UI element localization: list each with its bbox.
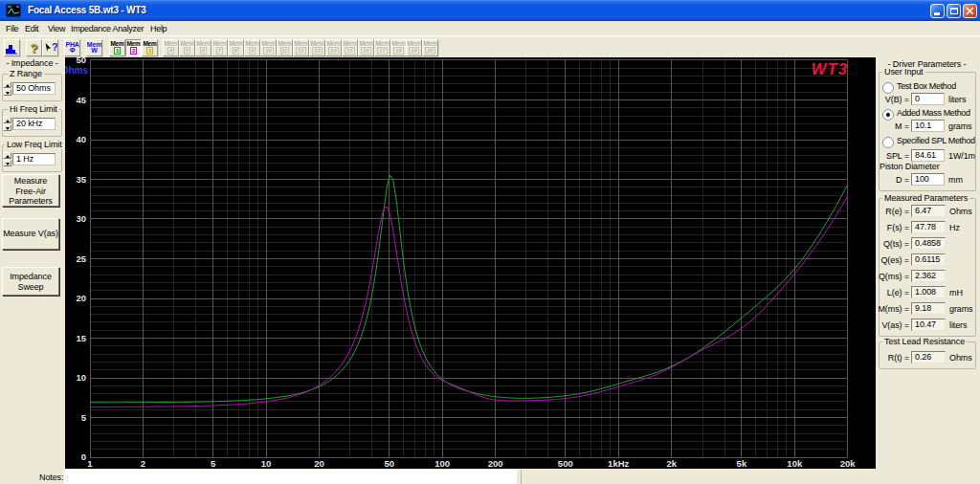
svg-text:25: 25 xyxy=(76,253,86,264)
svg-text:5k: 5k xyxy=(737,458,747,469)
svg-text:200: 200 xyxy=(488,458,503,469)
svg-text:20: 20 xyxy=(76,293,86,303)
svg-text:10: 10 xyxy=(261,458,272,469)
svg-text:35: 35 xyxy=(76,174,86,185)
svg-text:10: 10 xyxy=(76,372,86,383)
svg-text:2: 2 xyxy=(141,458,145,469)
svg-text:20k: 20k xyxy=(840,458,857,469)
svg-text:45: 45 xyxy=(76,95,86,105)
svg-text:Ohms: Ohms xyxy=(65,65,88,76)
svg-text:30: 30 xyxy=(76,213,86,224)
svg-text:?: ? xyxy=(52,41,57,53)
svg-text:1kHz: 1kHz xyxy=(608,458,629,469)
svg-text:20: 20 xyxy=(314,458,324,469)
svg-text:5: 5 xyxy=(211,458,216,469)
svg-text:15: 15 xyxy=(76,333,86,343)
svg-text:WT3: WT3 xyxy=(812,60,848,77)
svg-text:40: 40 xyxy=(76,134,86,144)
svg-text:500: 500 xyxy=(558,458,573,469)
svg-text:2k: 2k xyxy=(666,458,677,469)
svg-text:0: 0 xyxy=(81,451,86,462)
svg-text:1: 1 xyxy=(87,458,93,469)
svg-text:50: 50 xyxy=(384,458,394,469)
svg-text:10k: 10k xyxy=(787,458,803,469)
svg-text:5: 5 xyxy=(81,412,87,423)
svg-text:100: 100 xyxy=(434,458,450,469)
